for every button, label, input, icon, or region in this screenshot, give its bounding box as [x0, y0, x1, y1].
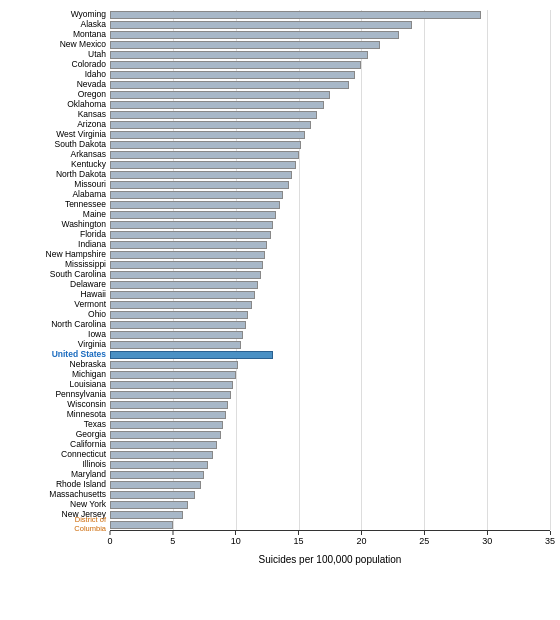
bar-track — [110, 301, 550, 309]
bar-row: Minnesota — [10, 410, 550, 419]
bar-fill — [110, 391, 231, 399]
tick-label: 30 — [482, 536, 492, 546]
bar-row: New Hampshire — [10, 250, 550, 259]
bar-label: North Dakota — [10, 170, 110, 179]
bar-fill — [110, 41, 380, 49]
bar-row: Oklahoma — [10, 100, 550, 109]
x-tick: 0 — [107, 531, 112, 546]
bar-fill — [110, 471, 204, 479]
bar-label: Rhode Island — [10, 480, 110, 489]
bar-fill — [110, 21, 412, 29]
bar-row: Michigan — [10, 370, 550, 379]
bar-fill — [110, 271, 261, 279]
bar-label: Washington — [10, 220, 110, 229]
bar-label: Wyoming — [10, 10, 110, 19]
bar-label: Missouri — [10, 180, 110, 189]
bar-track — [110, 131, 550, 139]
bar-track — [110, 321, 550, 329]
bar-fill — [110, 411, 226, 419]
bar-label: Kentucky — [10, 160, 110, 169]
bar-fill — [110, 171, 292, 179]
x-tick: 15 — [294, 531, 304, 546]
bar-fill — [110, 361, 238, 369]
bar-track — [110, 511, 550, 519]
bar-track — [110, 231, 550, 239]
bar-fill — [110, 241, 267, 249]
bar-fill — [110, 231, 271, 239]
tick-label: 35 — [545, 536, 555, 546]
bar-label: Iowa — [10, 330, 110, 339]
bar-fill — [110, 31, 399, 39]
bar-row: Arizona — [10, 120, 550, 129]
bar-row: Massachusetts — [10, 490, 550, 499]
bar-fill — [110, 141, 301, 149]
bar-fill — [110, 181, 289, 189]
bar-row: Nevada — [10, 80, 550, 89]
bar-label: North Carolina — [10, 320, 110, 329]
bar-row: Oregon — [10, 90, 550, 99]
bar-track — [110, 121, 550, 129]
bar-label: Virginia — [10, 340, 110, 349]
tick-line — [487, 531, 488, 535]
bar-row: Florida — [10, 230, 550, 239]
bar-track — [110, 401, 550, 409]
bar-track — [110, 261, 550, 269]
bar-label: New Hampshire — [10, 250, 110, 259]
bar-row: Hawaii — [10, 290, 550, 299]
bar-track — [110, 421, 550, 429]
bar-row: Alabama — [10, 190, 550, 199]
bar-track — [110, 281, 550, 289]
bar-label: Michigan — [10, 370, 110, 379]
bar-label: Mississippi — [10, 260, 110, 269]
bar-row: Rhode Island — [10, 480, 550, 489]
bar-row: Illinois — [10, 460, 550, 469]
bar-fill — [110, 151, 299, 159]
x-tick: 35 — [545, 531, 555, 546]
bar-track — [110, 101, 550, 109]
bar-row: Arkansas — [10, 150, 550, 159]
bar-row: Pennsylvania — [10, 390, 550, 399]
bar-label: Nevada — [10, 80, 110, 89]
tick-line — [109, 531, 110, 535]
bar-label: Montana — [10, 30, 110, 39]
bar-track — [110, 201, 550, 209]
bar-row: North Dakota — [10, 170, 550, 179]
bar-fill — [110, 161, 296, 169]
bar-label: Florida — [10, 230, 110, 239]
bar-row: Indiana — [10, 240, 550, 249]
bar-track — [110, 481, 550, 489]
tick-label: 20 — [356, 536, 366, 546]
bar-row: Alaska — [10, 20, 550, 29]
bar-row: Wisconsin — [10, 400, 550, 409]
bar-track — [110, 151, 550, 159]
bar-fill — [110, 401, 228, 409]
bar-row: Colorado — [10, 60, 550, 69]
bar-track — [110, 311, 550, 319]
bar-label: Georgia — [10, 430, 110, 439]
bar-label: Idaho — [10, 70, 110, 79]
tick-label: 0 — [107, 536, 112, 546]
bar-track — [110, 71, 550, 79]
bar-row: United States — [10, 350, 550, 359]
x-axis: 05101520253035 — [110, 530, 550, 550]
bar-track — [110, 81, 550, 89]
bar-fill — [110, 441, 217, 449]
bar-fill — [110, 111, 317, 119]
bar-label: South Carolina — [10, 270, 110, 279]
bar-fill — [110, 51, 368, 59]
bar-row: District ofColumbia — [10, 520, 550, 529]
bar-label: Ohio — [10, 310, 110, 319]
bar-track — [110, 191, 550, 199]
bar-track — [110, 31, 550, 39]
bar-fill — [110, 191, 283, 199]
bar-fill — [110, 11, 481, 19]
bar-fill — [110, 71, 355, 79]
bar-row: Nebraska — [10, 360, 550, 369]
bar-fill — [110, 101, 324, 109]
bar-fill — [110, 451, 213, 459]
bar-fill — [110, 251, 265, 259]
bar-fill — [110, 61, 361, 69]
tick-label: 25 — [419, 536, 429, 546]
bar-fill — [110, 211, 276, 219]
bar-track — [110, 61, 550, 69]
